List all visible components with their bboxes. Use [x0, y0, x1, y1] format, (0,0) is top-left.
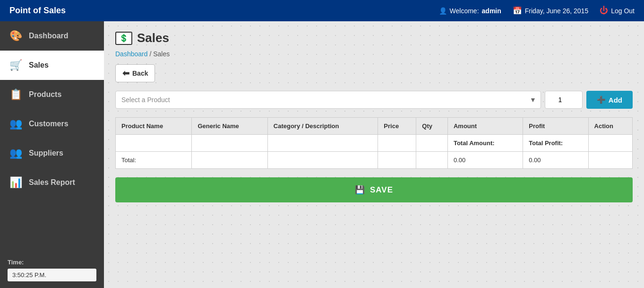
time-value: 3:50:25 P.M. — [8, 269, 96, 281]
total-amount-value: 0.00 — [447, 152, 523, 169]
main-content: 💲 Sales Dashboard / Sales ⬅ Back Select … — [104, 21, 644, 288]
quantity-input[interactable] — [545, 91, 583, 109]
suppliers-icon: 👥 — [9, 147, 22, 159]
sales-report-icon: 📊 — [9, 176, 22, 189]
user-icon: 👤 — [439, 7, 447, 15]
save-button-label: SAVE — [370, 185, 393, 195]
table-header-row: Product Name Generic Name Category / Des… — [116, 118, 633, 135]
cell-empty-1 — [116, 135, 192, 152]
username: admin — [482, 7, 501, 15]
top-header: Point of Sales 👤 Welcome: admin 📅 Friday… — [0, 0, 644, 21]
col-product-name: Product Name — [116, 118, 192, 135]
add-button-label: Add — [609, 96, 622, 104]
brand-title: Point of Sales — [9, 6, 439, 16]
table-body: Total Amount: Total Profit: Total: 0.00 … — [116, 135, 633, 169]
sidebar-spacer — [0, 197, 104, 252]
products-icon: 📋 — [9, 88, 22, 101]
col-price: Price — [378, 118, 416, 135]
sidebar-item-dashboard[interactable]: 🎨 Dashboard — [0, 21, 104, 51]
logout-button[interactable]: ⏻ Log Out — [600, 6, 635, 16]
sidebar-item-suppliers[interactable]: 👥 Suppliers — [0, 139, 104, 168]
cell-empty-2 — [192, 135, 267, 152]
sales-icon: 🛒 — [9, 59, 22, 71]
col-action: Action — [588, 118, 632, 135]
date-section: 📅 Friday, June 26, 2015 — [513, 6, 588, 15]
total-row-empty-2 — [192, 152, 267, 169]
header-right: 👤 Welcome: admin 📅 Friday, June 26, 2015… — [439, 6, 635, 16]
welcome-section: 👤 Welcome: admin — [439, 7, 501, 15]
sidebar-label-products: Products — [29, 90, 61, 99]
sidebar-label-sales: Sales — [29, 61, 49, 70]
sidebar: 🎨 Dashboard 🛒 Sales 📋 Products 👥 Custome… — [0, 21, 104, 288]
total-row-label: Total: — [116, 152, 192, 169]
table-header: Product Name Generic Name Category / Des… — [116, 118, 633, 135]
cell-empty-3 — [267, 135, 378, 152]
cell-total-amount-label: Total Amount: — [447, 135, 523, 152]
time-label: Time: — [8, 259, 96, 266]
page-title-row: 💲 Sales — [115, 31, 633, 45]
sales-table: Product Name Generic Name Category / Des… — [115, 117, 633, 169]
product-select-wrapper: Select a Product ▼ — [115, 91, 541, 109]
back-arrow-icon: ⬅ — [122, 68, 129, 79]
table-total-row: Total: 0.00 0.00 — [116, 152, 633, 169]
page-title: Sales — [137, 31, 169, 45]
cell-empty-5 — [416, 135, 448, 152]
breadcrumb-home[interactable]: Dashboard — [115, 50, 148, 58]
plus-icon: ➕ — [597, 96, 606, 104]
cell-total-profit-label: Total Profit: — [523, 135, 588, 152]
back-button-label: Back — [132, 70, 148, 77]
col-amount: Amount — [447, 118, 523, 135]
col-generic-name: Generic Name — [192, 118, 267, 135]
breadcrumb: Dashboard / Sales — [115, 50, 633, 58]
sidebar-item-sales[interactable]: 🛒 Sales — [0, 51, 104, 80]
logout-label: Log Out — [611, 7, 635, 15]
sidebar-label-suppliers: Suppliers — [29, 149, 63, 157]
sidebar-label-dashboard: Dashboard — [29, 32, 69, 40]
power-icon: ⏻ — [600, 6, 608, 16]
total-profit-value: 0.00 — [523, 152, 588, 169]
page-title-icon: 💲 — [115, 32, 132, 45]
sidebar-label-customers: Customers — [29, 120, 69, 128]
sidebar-item-customers[interactable]: 👥 Customers — [0, 109, 104, 139]
sidebar-label-sales-report: Sales Report — [29, 178, 75, 187]
floppy-disk-icon: 💾 — [355, 185, 365, 195]
total-row-empty-4 — [378, 152, 416, 169]
breadcrumb-separator: / — [149, 50, 153, 58]
col-profit: Profit — [523, 118, 588, 135]
breadcrumb-current: Sales — [153, 50, 170, 58]
sidebar-time-section: Time: 3:50:25 P.M. — [0, 252, 104, 288]
cell-empty-4 — [378, 135, 416, 152]
total-row-empty-8 — [588, 152, 632, 169]
sidebar-item-sales-report[interactable]: 📊 Sales Report — [0, 168, 104, 197]
back-button[interactable]: ⬅ Back — [115, 64, 155, 82]
add-button[interactable]: ➕ Add — [586, 91, 633, 109]
save-button[interactable]: 💾 SAVE — [115, 177, 633, 202]
cell-empty-8 — [588, 135, 632, 152]
table-row-empty: Total Amount: Total Profit: — [116, 135, 633, 152]
date-display: Friday, June 26, 2015 — [525, 7, 588, 15]
dashboard-icon: 🎨 — [9, 30, 22, 42]
total-row-empty-3 — [267, 152, 378, 169]
total-row-empty-5 — [416, 152, 448, 169]
welcome-label: Welcome: — [450, 7, 479, 15]
customers-icon: 👥 — [9, 118, 22, 130]
calendar-icon: 📅 — [513, 6, 522, 15]
col-category: Category / Description — [267, 118, 378, 135]
sidebar-item-products[interactable]: 📋 Products — [0, 80, 104, 109]
main-layout: 🎨 Dashboard 🛒 Sales 📋 Products 👥 Custome… — [0, 21, 644, 288]
product-select[interactable]: Select a Product — [115, 91, 541, 109]
col-qty: Qty — [416, 118, 448, 135]
product-select-row: Select a Product ▼ ➕ Add — [115, 91, 633, 109]
